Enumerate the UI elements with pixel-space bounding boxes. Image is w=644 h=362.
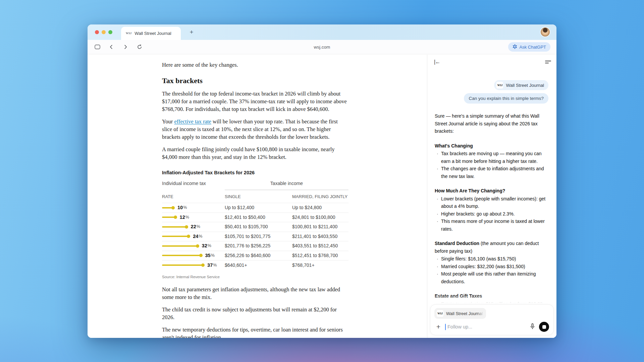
minimize-window-button[interactable] — [102, 30, 106, 34]
table-left-header: Individual income tax — [162, 180, 225, 190]
page-content: Here are some of the key changes. Tax br… — [88, 55, 427, 338]
assistant-bullet-list: Single filers: $16,100 (was $15,750)Marr… — [435, 255, 548, 285]
rate-bar — [162, 264, 203, 266]
bracket-rate-cell: 35% — [162, 252, 225, 259]
effective-tax-rate-link[interactable]: effective tax rate — [174, 118, 211, 125]
tab-title: Wall Street Journal — [135, 31, 171, 36]
assistant-section-heading: How Much Are They Changing? — [435, 187, 548, 195]
wsj-logo-icon: WSJ — [437, 310, 443, 317]
bracket-married-cell: $768,701+ — [292, 261, 348, 269]
assistant-bullet-list: Lower brackets (people with smaller inco… — [435, 195, 548, 233]
text-cursor — [445, 324, 446, 330]
article-paragraph: Here are some of the key changes. — [162, 61, 348, 69]
article-paragraph: The child tax credit is now subject to a… — [162, 306, 348, 321]
navigation-bar: wsj.com Ask ChatGPT — [88, 40, 556, 54]
microphone-icon[interactable] — [529, 323, 536, 331]
window-controls — [95, 30, 112, 34]
bracket-rate-cell: 37% — [162, 261, 225, 269]
bracket-single-cell: $105,701 to $201,775 — [225, 233, 292, 240]
ask-chatgpt-label: Ask ChatGPT — [520, 45, 546, 50]
rate-bar — [162, 255, 201, 256]
chat-thread: WSJ Wall Street Journal Can you explain … — [435, 69, 548, 304]
openai-logo-icon — [513, 44, 517, 50]
assistant-bullet-list: Tax brackets are moving up — meaning you… — [435, 150, 548, 180]
sidebar-menu-icon[interactable] — [545, 61, 551, 63]
chat-composer: WSJ Wall Street Journal + — [430, 304, 554, 335]
assistant-bullet: This means more of your income is taxed … — [435, 218, 548, 233]
close-window-button[interactable] — [95, 30, 99, 34]
bracket-single-cell: $640,601+ — [225, 261, 292, 269]
user-avatar[interactable] — [541, 27, 550, 37]
article-paragraph: A married couple filing jointly could ha… — [162, 145, 348, 161]
table-source: Source: Internal Revenue Service — [162, 273, 348, 281]
user-message-bubble: Can you explain this in simple terms? — [464, 93, 548, 104]
article-paragraph: Not all tax parameters get inflation adj… — [162, 286, 348, 301]
tax-brackets-table: Inflation-Adjusted Tax Brackets for 2026… — [162, 169, 348, 281]
bracket-row: 22%$50,401 to $105,700$100,801 to $211,4… — [162, 222, 348, 232]
rate-bar — [162, 236, 189, 237]
bracket-married-cell: Up to $24,800 — [292, 204, 348, 212]
tab-strip: WSJ Wall Street Journal + — [88, 24, 556, 40]
table-column-headers: RATE SINGLE MARRIED, FILING JOINTLY — [162, 190, 348, 203]
bracket-single-cell: $50,401 to $105,700 — [225, 223, 292, 231]
assistant-bullet: Tax brackets are moving up — meaning you… — [435, 150, 548, 165]
article-paragraph: The new temporary deductions for tips, o… — [162, 326, 348, 338]
chat-fade-overlay — [428, 294, 556, 306]
bracket-married-cell: $100,801 to $211,400 — [292, 223, 348, 231]
bracket-rate-cell: 22% — [162, 223, 225, 231]
assistant-section-heading: What's Changing — [435, 142, 548, 150]
bracket-rate-cell: 24% — [162, 233, 225, 240]
article-paragraph: The threshold for the top federal income… — [162, 90, 348, 113]
attach-plus-icon[interactable]: + — [435, 323, 442, 331]
tab-wall-street-journal[interactable]: WSJ Wall Street Journal — [121, 27, 181, 40]
bracket-row: 35%$256,226 to $640,600$512,451 to $768,… — [162, 251, 348, 261]
bracket-single-cell: $201,776 to $256,225 — [225, 242, 292, 250]
bracket-single-cell: $256,226 to $640,600 — [225, 252, 292, 259]
wsj-logo-icon: WSJ — [496, 82, 503, 88]
bracket-row: 10%Up to $12,400Up to $24,800 — [162, 203, 348, 213]
wsj-favicon-icon: WSJ — [126, 32, 131, 35]
table-title: Inflation-Adjusted Tax Brackets for 2026 — [162, 169, 348, 177]
bracket-married-cell: $403,551 to $512,450 — [292, 242, 348, 250]
new-tab-button[interactable]: + — [187, 27, 196, 37]
assistant-bullet: Single filers: $16,100 (was $15,750) — [435, 255, 548, 263]
assistant-message: Sure — here's a simple summary of what t… — [435, 112, 548, 304]
bracket-rate-cell: 32% — [162, 242, 225, 250]
table-span-header: Taxable income — [225, 180, 348, 190]
page-context-chip: WSJ Wall Street Journal — [494, 80, 548, 90]
ask-chatgpt-button[interactable]: Ask ChatGPT — [508, 42, 550, 52]
article-paragraph: Your effective tax rate will be lower th… — [162, 118, 348, 141]
section-heading-tax-brackets: Tax brackets — [162, 76, 348, 85]
zoom-window-button[interactable] — [108, 30, 112, 34]
bracket-married-cell: $211,401 to $403,550 — [292, 233, 348, 240]
bracket-single-cell: $12,401 to $50,400 — [225, 214, 292, 221]
follow-up-input[interactable] — [447, 324, 526, 329]
bracket-row: 24%$105,701 to $201,775$211,401 to $403,… — [162, 232, 348, 242]
bracket-row: 32%$201,776 to $256,225$403,551 to $512,… — [162, 241, 348, 251]
bracket-married-cell: $24,801 to $100,800 — [292, 214, 348, 221]
stop-generating-button[interactable] — [539, 322, 549, 332]
address-bar[interactable]: wsj.com — [88, 40, 556, 54]
bracket-married-cell: $512,451 to $768,700 — [292, 252, 348, 259]
composer-context-chip[interactable]: WSJ Wall Street Journal — [434, 308, 486, 319]
assistant-section-heading: Standard Deduction (the amount you can d… — [435, 240, 548, 255]
assistant-bullet: Lower brackets (people with smaller inco… — [435, 195, 548, 210]
assistant-bullet: Higher brackets: go up about 2.3%. — [435, 210, 548, 218]
bracket-row: 12%$12,401 to $50,400$24,801 to $100,800 — [162, 213, 348, 223]
browser-window: WSJ Wall Street Journal + wsj.com — [88, 24, 556, 338]
chatgpt-sidebar: |← WSJ Wall Street Journal Can you expla… — [427, 55, 556, 338]
collapse-sidebar-icon[interactable]: |← — [434, 59, 440, 65]
rate-bar — [162, 226, 186, 228]
bracket-rate-cell: 10% — [162, 204, 225, 212]
rate-bar — [162, 217, 175, 218]
assistant-intro: Sure — here's a simple summary of what t… — [435, 112, 548, 135]
bracket-rate-cell: 12% — [162, 214, 225, 221]
bracket-single-cell: Up to $12,400 — [225, 204, 292, 212]
assistant-bullet: Most people will use this rather than it… — [435, 270, 548, 285]
rate-bar — [162, 207, 173, 208]
bracket-row: 37%$640,601+$768,701+ — [162, 260, 348, 270]
assistant-bullet: Married couples: $32,200 (was $31,500) — [435, 263, 548, 270]
rate-bar — [162, 245, 198, 247]
stop-icon — [542, 325, 546, 329]
assistant-bullet: The changes are due to inflation adjustm… — [435, 165, 548, 180]
